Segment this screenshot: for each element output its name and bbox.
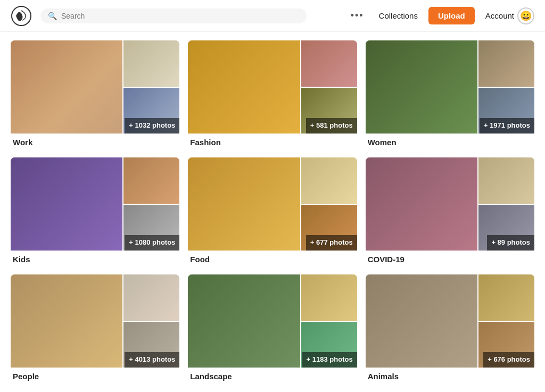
collection-label-landscape: Landscape <box>188 368 357 383</box>
photo-grid-fashion: + 581 photos <box>188 40 357 134</box>
collection-card-work[interactable]: + 1032 photos Work <box>11 40 179 149</box>
collection-label-food: Food <box>188 251 357 266</box>
main-photo-women <box>366 40 477 134</box>
photo-grid-people: + 4013 photos <box>11 274 179 368</box>
collections-link[interactable]: Collections <box>379 11 418 20</box>
top-photo-people <box>123 274 179 321</box>
photo-count-fashion: + 581 photos <box>306 118 357 134</box>
photo-grid-animals: + 676 photos <box>366 274 534 368</box>
top-photo-women <box>478 40 534 87</box>
header: 🔍 ••• Collections Upload Account 😀 <box>0 0 545 32</box>
photo-grid-women: + 1971 photos <box>366 40 534 134</box>
top-photo-food <box>301 157 357 204</box>
bottom-photo-kids: + 1080 photos <box>123 205 179 251</box>
bottom-photo-women: + 1971 photos <box>478 88 534 134</box>
photo-count-work: + 1032 photos <box>125 118 179 134</box>
collection-label-people: People <box>11 368 179 383</box>
main-photo-covid19 <box>366 157 477 251</box>
collection-card-landscape[interactable]: + 1183 photos Landscape <box>188 274 357 383</box>
collection-label-women: Women <box>366 134 534 149</box>
photo-grid-food: + 677 photos <box>188 157 357 251</box>
photo-count-food: + 677 photos <box>306 235 357 251</box>
search-bar: 🔍 <box>40 9 307 23</box>
photo-count-animals: + 676 photos <box>483 352 534 368</box>
account-label: Account <box>485 11 514 20</box>
main-photo-food <box>188 157 300 251</box>
collection-card-covid19[interactable]: + 89 photos COVID-19 <box>366 157 534 266</box>
bottom-photo-work: + 1032 photos <box>123 88 179 134</box>
bottom-photo-landscape: + 1183 photos <box>301 322 357 368</box>
top-photo-fashion <box>301 40 357 87</box>
account-button[interactable]: Account 😀 <box>485 7 534 24</box>
bottom-photo-fashion: + 581 photos <box>301 88 357 134</box>
bottom-photo-covid19: + 89 photos <box>478 205 534 251</box>
photo-grid-covid19: + 89 photos <box>366 157 534 251</box>
more-button[interactable]: ••• <box>346 8 368 23</box>
top-photo-animals <box>478 274 534 321</box>
collections-grid: + 1032 photos Work + 581 photos Fashion … <box>0 32 545 391</box>
photo-count-covid19: + 89 photos <box>487 235 534 251</box>
collection-card-animals[interactable]: + 676 photos Animals <box>366 274 534 383</box>
bottom-photo-people: + 4013 photos <box>123 322 179 368</box>
bottom-photo-animals: + 676 photos <box>478 322 534 368</box>
photo-grid-work: + 1032 photos <box>11 40 179 134</box>
photo-count-people: + 4013 photos <box>125 352 179 368</box>
main-photo-work <box>11 40 122 134</box>
upload-button[interactable]: Upload <box>428 7 475 24</box>
main-photo-animals <box>366 274 477 368</box>
main-photo-landscape <box>188 274 300 368</box>
main-photo-people <box>11 274 122 368</box>
photo-count-landscape: + 1183 photos <box>302 352 357 368</box>
collection-card-food[interactable]: + 677 photos Food <box>188 157 357 266</box>
photo-count-women: + 1971 photos <box>480 118 534 134</box>
avatar: 😀 <box>517 7 534 24</box>
search-icon: 🔍 <box>48 12 57 20</box>
collection-label-covid19: COVID-19 <box>366 251 534 266</box>
collection-card-fashion[interactable]: + 581 photos Fashion <box>188 40 357 149</box>
top-photo-work <box>123 40 179 87</box>
main-photo-fashion <box>188 40 300 134</box>
header-right: ••• Collections Upload Account 😀 <box>346 7 534 24</box>
photo-grid-kids: + 1080 photos <box>11 157 179 251</box>
collection-card-women[interactable]: + 1971 photos Women <box>366 40 534 149</box>
photo-count-kids: + 1080 photos <box>125 235 179 251</box>
collection-label-animals: Animals <box>366 368 534 383</box>
logo <box>11 5 32 27</box>
collection-label-kids: Kids <box>11 251 179 266</box>
top-photo-landscape <box>301 274 357 321</box>
top-photo-covid19 <box>478 157 534 204</box>
top-photo-kids <box>123 157 179 204</box>
main-photo-kids <box>11 157 122 251</box>
collection-card-people[interactable]: + 4013 photos People <box>11 274 179 383</box>
photo-grid-landscape: + 1183 photos <box>188 274 357 368</box>
collection-label-work: Work <box>11 134 179 149</box>
collection-card-kids[interactable]: + 1080 photos Kids <box>11 157 179 266</box>
search-input[interactable] <box>61 12 299 20</box>
collection-label-fashion: Fashion <box>188 134 357 149</box>
bottom-photo-food: + 677 photos <box>301 205 357 251</box>
